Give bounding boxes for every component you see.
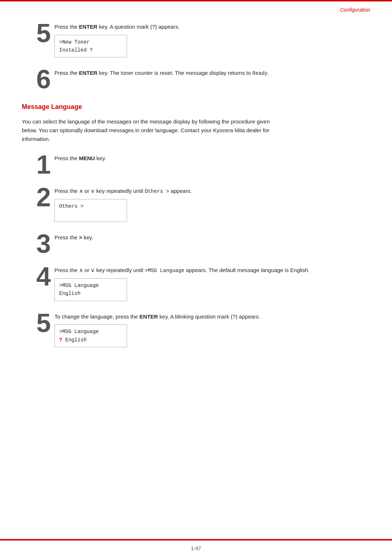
step-3-msg-text-after: key. bbox=[82, 234, 93, 240]
section-message-language-intro: You can select the language of the messa… bbox=[22, 117, 276, 143]
step-1-msg-text: Press the MENU key. bbox=[54, 154, 370, 163]
step-5-toner-text-after: key. A question mark (?) appears. bbox=[97, 24, 180, 30]
step-4-msg-text: Press the ∧ or ∨ key repeatedly until >M… bbox=[54, 266, 370, 275]
step-4-msg-text-before: Press the ∧ or ∨ key repeatedly until bbox=[54, 267, 145, 273]
step-5-toner-key: ENTER bbox=[79, 24, 98, 30]
step-2-msg-code: Others > bbox=[145, 189, 169, 194]
step-5-msg-text: To change the language, press the ENTER … bbox=[54, 313, 370, 321]
step-1-msg-key: MENU bbox=[79, 155, 95, 161]
step-5-toner: 5 Press the ENTER key. A question mark (… bbox=[22, 20, 370, 60]
step-3-msg-key: > bbox=[79, 234, 82, 240]
step-3-msg-content: Press the > key. bbox=[54, 231, 370, 246]
step-6-toner-content: Press the ENTER key. The toner counter i… bbox=[54, 66, 370, 81]
step-2-msg-display-line2 bbox=[59, 211, 122, 219]
step-4-msg: 4 Press the ∧ or ∨ key repeatedly until … bbox=[22, 263, 370, 303]
main-content: 5 Press the ENTER key. A question mark (… bbox=[0, 16, 392, 378]
step-5-toner-text-before: Press the bbox=[54, 24, 79, 30]
blink-cursor: ? bbox=[59, 337, 62, 343]
step-5-msg-text-before: To change the language, press the bbox=[54, 313, 139, 320]
step-5-toner-content: Press the ENTER key. A question mark (?)… bbox=[54, 20, 370, 60]
step-2-msg-content: Press the ∧ or ∨ key repeatedly until Ot… bbox=[54, 184, 370, 224]
step-6-toner-key: ENTER bbox=[79, 70, 98, 76]
header-title: Configuration bbox=[340, 7, 370, 13]
step-6-toner-text: Press the ENTER key. The toner counter i… bbox=[54, 69, 370, 77]
top-border bbox=[0, 0, 392, 1]
step-2-msg: 2 Press the ∧ or ∨ key repeatedly until … bbox=[22, 184, 370, 224]
header: Configuration bbox=[0, 0, 392, 16]
step-1-msg-text-after: key. bbox=[95, 155, 106, 161]
step-4-msg-text-after: appears. The default message language is… bbox=[184, 267, 310, 273]
step-6-toner-text-after: key. The toner counter is reset. The mes… bbox=[97, 70, 252, 76]
step-4-msg-content: Press the ∧ or ∨ key repeatedly until >M… bbox=[54, 263, 370, 303]
step-6-toner-text-end: . bbox=[268, 70, 269, 76]
step-4-msg-display-line2: English bbox=[59, 289, 122, 297]
step-6-toner-text-before: Press the bbox=[54, 70, 79, 76]
step-number-4-msg: 4 bbox=[22, 263, 51, 289]
step-2-msg-text-before: Press the ∧ or ∨ key repeatedly until bbox=[54, 188, 145, 194]
section-message-language-heading: Message Language bbox=[22, 103, 370, 111]
step-number-5-toner: 5 bbox=[22, 20, 51, 46]
step-4-msg-display-line1: >MSG Language bbox=[59, 281, 122, 289]
step-2-msg-display: Others > bbox=[54, 199, 127, 222]
step-4-msg-display: >MSG Language English bbox=[54, 278, 127, 301]
step-5-msg-display-line2: ? English bbox=[59, 336, 122, 344]
step-5-msg: 5 To change the language, press the ENTE… bbox=[22, 310, 370, 349]
step-5-msg-display: >MSG Language ? English bbox=[54, 324, 127, 347]
step-5-msg-key: ENTER bbox=[139, 313, 158, 320]
step-1-msg: 1 Press the MENU key. bbox=[22, 151, 370, 178]
step-5-msg-text-after: key. A blinking question mark (?) appear… bbox=[158, 313, 260, 320]
step-3-msg-text-before: Press the bbox=[54, 234, 79, 240]
step-number-2-msg: 2 bbox=[22, 184, 51, 210]
step-number-5-msg: 5 bbox=[22, 310, 51, 336]
step-number-6-toner: 6 bbox=[22, 66, 51, 92]
step-5-toner-text: Press the ENTER key. A question mark (?)… bbox=[54, 23, 370, 31]
step-5-msg-display-line1: >MSG Language bbox=[59, 328, 122, 336]
step-5-toner-display-line1: >New Toner bbox=[59, 38, 122, 46]
step-number-3-msg: 3 bbox=[22, 231, 51, 257]
footer: 1-97 bbox=[0, 546, 392, 551]
step-3-msg-text: Press the > key. bbox=[54, 234, 370, 242]
step-5-toner-display: >New Toner Installed ? bbox=[54, 35, 127, 58]
step-4-msg-code: >MSG Language bbox=[145, 268, 184, 274]
step-number-1-msg: 1 bbox=[22, 151, 51, 178]
step-2-msg-text: Press the ∧ or ∨ key repeatedly until Ot… bbox=[54, 187, 370, 195]
step-1-msg-content: Press the MENU key. bbox=[54, 151, 370, 166]
step-5-msg-content: To change the language, press the ENTER … bbox=[54, 310, 370, 349]
step-3-msg: 3 Press the > key. bbox=[22, 231, 370, 257]
step-6-toner: 6 Press the ENTER key. The toner counter… bbox=[22, 66, 370, 92]
step-1-msg-text-before: Press the bbox=[54, 155, 79, 161]
step-5-toner-display-line2: Installed ? bbox=[59, 46, 122, 54]
step-2-msg-text-after: appears. bbox=[169, 188, 192, 194]
step-2-msg-display-line1: Others > bbox=[59, 202, 122, 210]
step-6-toner-code: Ready bbox=[252, 70, 268, 76]
bottom-border bbox=[0, 539, 392, 540]
page-number: 1-97 bbox=[191, 546, 201, 551]
